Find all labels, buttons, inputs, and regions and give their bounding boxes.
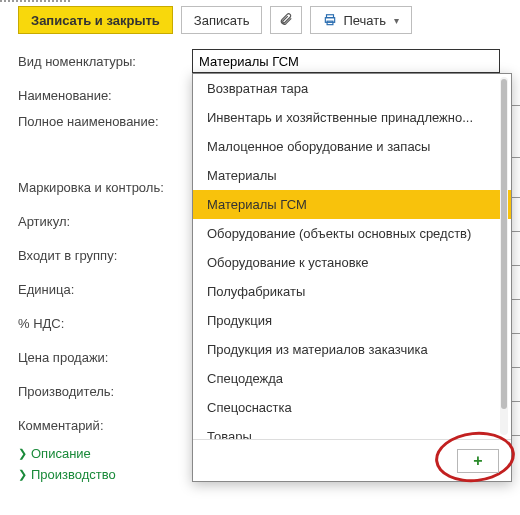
dropdown-item[interactable]: Спецоснастка [193,393,511,422]
dropdown-footer: + [193,439,511,481]
dropdown-item[interactable]: Спецодежда [193,364,511,393]
print-button[interactable]: Печать ▾ [310,6,412,34]
dropdown-item[interactable]: Продукция [193,306,511,335]
dropdown-item[interactable]: Материалы [193,161,511,190]
label-kind: Вид номенклатуры: [18,54,192,69]
add-item-button[interactable]: + [457,449,499,473]
dropdown-item[interactable]: Малоценное оборудование и запасы [193,132,511,161]
svg-rect-2 [327,21,333,25]
toolbar: Записать и закрыть Записать Печать ▾ [0,0,520,40]
dropdown-scroll-thumb[interactable] [501,79,507,409]
kind-dropdown-list: Возвратная тараИнвентарь и хозяйственные… [193,74,511,439]
chevron-right-icon: ❯ [18,468,27,481]
label-unit: Единица: [18,282,192,297]
attach-button[interactable] [270,6,302,34]
dropdown-item[interactable]: Материалы ГСМ [193,190,511,219]
label-comment: Комментарий: [18,418,192,433]
expander-description-label: Описание [31,446,91,461]
label-name: Наименование: [18,88,192,103]
expander-production-label: Производство [31,467,116,482]
window-tab-indicator [0,0,70,2]
dropdown-item[interactable]: Оборудование (объекты основных средств) [193,219,511,248]
label-article: Артикул: [18,214,192,229]
kind-combo[interactable]: Возвратная тараИнвентарь и хозяйственные… [192,49,520,73]
label-producer: Производитель: [18,384,192,399]
form: Вид номенклатуры: Возвратная тараИнвента… [0,40,520,482]
dropdown-item[interactable]: Продукция из материалов заказчика [193,335,511,364]
label-sale-price: Цена продажи: [18,350,192,365]
dropdown-item[interactable]: Товары [193,422,511,439]
save-button[interactable]: Записать [181,6,263,34]
dropdown-item[interactable]: Инвентарь и хозяйственные принадлежно... [193,103,511,132]
paperclip-icon [279,12,293,29]
dropdown-item[interactable]: Оборудование к установке [193,248,511,277]
save-and-close-button[interactable]: Записать и закрыть [18,6,173,34]
label-marking: Маркировка и контроль: [18,180,192,195]
label-group: Входит в группу: [18,248,192,263]
chevron-down-icon: ▾ [394,15,399,26]
kind-input[interactable] [192,49,500,73]
printer-icon [323,13,337,27]
kind-dropdown: Возвратная тараИнвентарь и хозяйственные… [192,73,512,482]
dropdown-scrollbar[interactable] [500,77,508,435]
row-kind: Вид номенклатуры: Возвратная тараИнвента… [18,46,520,76]
print-button-label: Печать [343,13,386,28]
label-vat: % НДС: [18,316,192,331]
label-full-name: Полное наименование: [18,114,192,129]
chevron-right-icon: ❯ [18,447,27,460]
dropdown-item[interactable]: Возвратная тара [193,74,511,103]
dropdown-item[interactable]: Полуфабрикаты [193,277,511,306]
